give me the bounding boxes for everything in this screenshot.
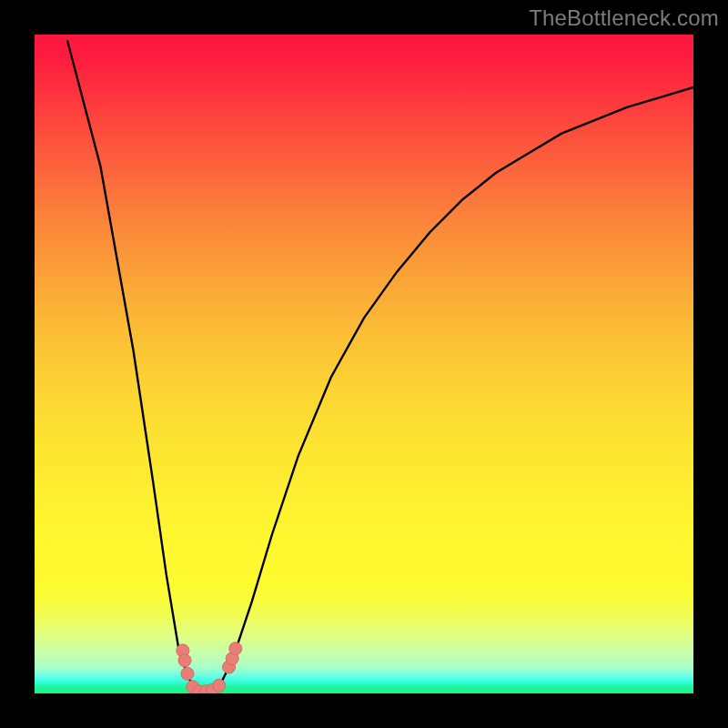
chart-frame: TheBottleneck.com	[0, 0, 728, 728]
data-marker	[181, 667, 194, 680]
data-marker	[178, 654, 191, 667]
plot-area	[35, 35, 693, 693]
marker-layer	[35, 35, 693, 693]
watermark-text: TheBottleneck.com	[529, 5, 719, 31]
data-marker	[229, 642, 242, 655]
data-marker	[213, 679, 226, 692]
